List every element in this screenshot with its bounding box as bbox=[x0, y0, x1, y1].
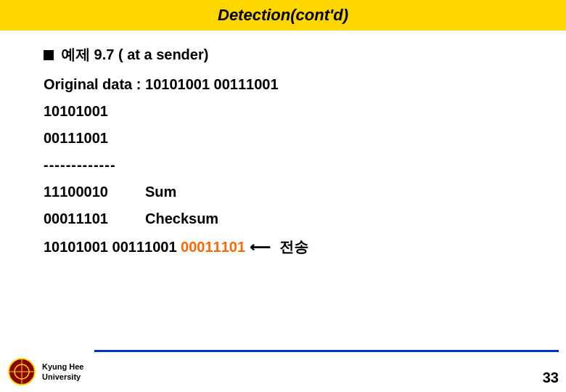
footer: Kyung Hee University 33 bbox=[0, 357, 566, 392]
checksum-line: 00011101 Checksum bbox=[44, 211, 522, 227]
checksum-label: Checksum bbox=[145, 211, 218, 227]
university-logo-icon bbox=[7, 357, 36, 386]
sum-binary: 11100010 bbox=[44, 184, 131, 200]
final-prefix: 10101001 00111001 bbox=[44, 239, 181, 255]
final-suffix: 전송 bbox=[275, 239, 308, 255]
checksum-binary: 00011101 bbox=[44, 211, 131, 227]
content-area: 예제 9.7 ( at a sender) Original data : 10… bbox=[0, 45, 566, 257]
example-text: 예제 9.7 ( at a sender) bbox=[61, 45, 208, 65]
page-number: 33 bbox=[543, 369, 559, 386]
divider-line: ------------- bbox=[44, 157, 522, 173]
final-highlight: 00011101 bbox=[181, 239, 245, 255]
sum-line: 11100010 Sum bbox=[44, 184, 522, 200]
university-line2: University bbox=[42, 372, 83, 382]
final-line: 10101001 00111001 00011101⟵ 전송 bbox=[44, 237, 522, 257]
slide-title: Detection(cont'd) bbox=[218, 6, 348, 24]
data-row2: 00111001 bbox=[44, 130, 522, 147]
slide-container: Detection(cont'd) 예제 9.7 ( at a sender) … bbox=[0, 0, 566, 392]
final-arrow: ⟵ bbox=[250, 239, 271, 255]
footer-left: Kyung Hee University bbox=[7, 357, 83, 386]
bullet-icon bbox=[44, 50, 54, 60]
sum-label: Sum bbox=[145, 184, 176, 200]
original-data-line: Original data : 10101001 00111001 bbox=[44, 76, 522, 93]
footer-divider-line bbox=[94, 350, 559, 352]
university-name: Kyung Hee University bbox=[42, 362, 83, 383]
example-line: 예제 9.7 ( at a sender) bbox=[44, 45, 522, 65]
title-bar: Detection(cont'd) bbox=[0, 0, 566, 30]
data-row1: 10101001 bbox=[44, 103, 522, 120]
university-line1: Kyung Hee bbox=[42, 362, 83, 372]
